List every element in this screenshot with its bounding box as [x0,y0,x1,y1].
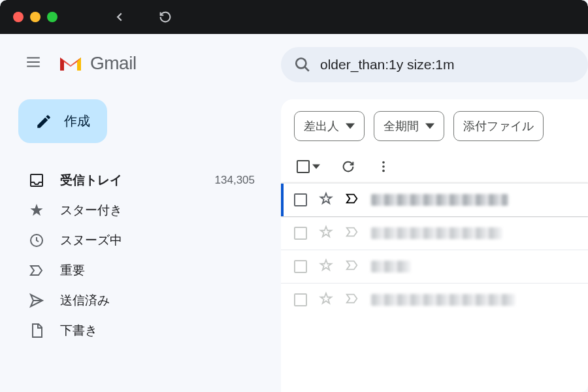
pencil-icon [35,113,52,130]
select-all-checkbox[interactable] [297,160,320,173]
filter-chips: 差出人 全期間 添付ファイル [281,99,588,150]
search-input[interactable] [320,57,575,73]
mail-toolbar [281,150,588,183]
message-checkbox[interactable] [294,193,307,206]
close-window-button[interactable] [13,12,24,22]
message-checkbox[interactable] [294,260,307,273]
message-sender-blurred [371,261,410,272]
star-icon [29,203,44,218]
reload-button[interactable] [149,6,182,28]
message-list [281,183,588,316]
search-bar[interactable] [281,47,588,82]
sidebar-item-drafts[interactable]: 下書き [16,316,274,346]
filter-chip-sender[interactable]: 差出人 [294,111,365,141]
more-button[interactable] [376,159,391,174]
message-row[interactable] [281,183,588,216]
mail-panel: 差出人 全期間 添付ファイル [281,99,588,392]
refresh-button[interactable] [341,159,355,174]
svg-point-3 [382,161,385,164]
chevron-down-icon [346,122,355,131]
maximize-window-button[interactable] [47,12,57,22]
gmail-logo-icon [57,54,84,73]
svg-point-2 [296,58,306,68]
star-icon[interactable] [319,191,333,208]
message-sender-blurred [371,227,502,239]
sidebar-item-starred[interactable]: スター付き [16,195,274,225]
star-icon[interactable] [319,258,333,275]
important-icon[interactable] [345,191,359,208]
message-checkbox[interactable] [294,227,307,240]
filter-chip-anytime[interactable]: 全期間 [374,111,444,141]
browser-titlebar [0,0,588,34]
message-row[interactable] [281,283,588,316]
filter-chip-attachment[interactable]: 添付ファイル [453,111,544,141]
sidebar-item-label: 送信済み [60,292,261,309]
sidebar-item-label: スター付き [60,202,261,219]
important-icon[interactable] [345,291,359,308]
message-checkbox[interactable] [294,293,307,306]
chevron-down-icon [312,163,320,171]
sidebar-item-important[interactable]: 重要 [16,255,274,286]
sidebar-item-sent[interactable]: 送信済み [16,286,274,316]
inbox-icon [29,172,44,188]
compose-button[interactable]: 作成 [18,99,107,143]
chip-label: 差出人 [304,118,339,134]
refresh-icon [341,159,355,174]
draft-icon [29,323,44,338]
compose-label: 作成 [64,112,90,130]
sidebar-item-label: 重要 [60,262,261,279]
search-icon [294,56,311,73]
sidebar-item-label: 受信トレイ [60,172,199,189]
menu-icon[interactable] [18,47,48,80]
star-icon[interactable] [319,291,333,308]
sidebar-item-count: 134,305 [215,174,255,187]
chip-label: 全期間 [384,118,419,134]
svg-point-5 [382,170,385,172]
chip-label: 添付ファイル [463,118,534,134]
sidebar-nav: 受信トレイ 134,305 スター付き スヌーズ中 重要 送信済み 下書き [16,165,274,346]
gmail-logo[interactable]: Gmail [57,53,137,74]
message-sender-blurred [371,194,508,206]
clock-icon [29,233,44,248]
sidebar-item-snoozed[interactable]: スヌーズ中 [16,225,274,255]
window-controls [13,12,57,22]
send-icon [29,293,44,308]
message-row[interactable] [281,216,588,250]
more-vert-icon [376,159,391,174]
minimize-window-button[interactable] [30,12,41,22]
sidebar-item-label: スヌーズ中 [60,232,261,249]
svg-point-4 [382,165,385,168]
important-icon [29,263,44,278]
chevron-down-icon [425,122,434,131]
gmail-logo-text: Gmail [90,53,137,74]
message-row[interactable] [281,250,588,283]
message-sender-blurred [371,294,515,306]
important-icon[interactable] [345,225,359,242]
back-button[interactable] [103,6,136,28]
important-icon[interactable] [345,258,359,275]
sidebar-item-inbox[interactable]: 受信トレイ 134,305 [16,165,274,195]
sidebar-item-label: 下書き [60,322,261,339]
star-icon[interactable] [319,225,333,242]
